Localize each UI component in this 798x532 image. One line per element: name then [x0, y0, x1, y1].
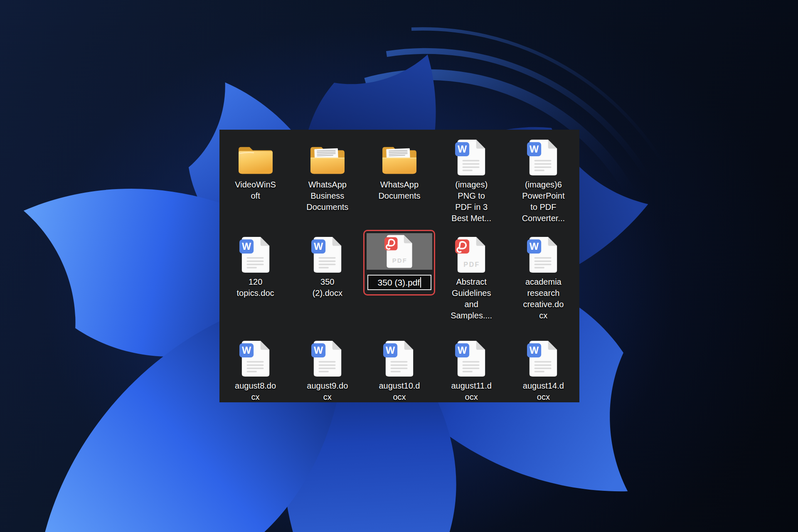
desktop-icon-panel: VideoWinS oft WhatsApp Business Document…: [219, 130, 579, 402]
folder-icon: [236, 144, 275, 176]
word-doc-icon: [239, 340, 272, 377]
pdf-doc-icon: [384, 234, 414, 269]
item-label: august8.do cx: [235, 380, 276, 403]
item-label: Abstract Guidelines and Samples....: [451, 276, 492, 321]
item-label: WhatsApp Documents: [378, 179, 420, 202]
item-350-3-pdf-selected[interactable]: 350 (3).pdf: [363, 230, 435, 296]
word-doc-icon: [527, 139, 559, 176]
folder-with-documents-icon: [380, 144, 419, 176]
item-label: 350 (2).docx: [313, 276, 342, 299]
item-august10-docx[interactable]: august10.d ocx: [363, 337, 435, 403]
pdf-doc-icon: [455, 236, 488, 273]
word-doc-icon: [311, 340, 344, 377]
rename-value: 350 (3).pdf: [378, 278, 420, 288]
item-label: 120 topics.doc: [237, 276, 274, 299]
word-doc-icon: [455, 139, 488, 176]
item-label: (images)6 PowerPoint to PDF Converter...: [522, 179, 565, 224]
item-august8-docx[interactable]: august8.do cx: [219, 337, 291, 403]
selection-highlight: [367, 233, 432, 270]
word-doc-icon: [455, 340, 488, 377]
icon-row-2: 120 topics.doc 350 (2).docx 350 (3).pdf …: [219, 234, 579, 321]
item-videowinsoft[interactable]: VideoWinS oft: [219, 136, 291, 224]
item-whatsapp-business-documents[interactable]: WhatsApp Business Documents: [291, 136, 363, 224]
item-august9-docx[interactable]: august9.do cx: [291, 337, 363, 403]
icon-row-1: VideoWinS oft WhatsApp Business Document…: [219, 136, 579, 224]
item-label: VideoWinS oft: [235, 179, 276, 202]
rename-input[interactable]: 350 (3).pdf: [367, 275, 431, 290]
item-images6-powerpoint-to-pdf[interactable]: (images)6 PowerPoint to PDF Converter...: [507, 136, 579, 224]
item-label: august9.do cx: [307, 380, 348, 403]
word-doc-icon: [383, 340, 416, 377]
icon-row-3: august8.do cx august9.do cx august10.d o…: [219, 337, 579, 403]
text-caret: [420, 277, 421, 288]
item-abstract-guidelines-samples[interactable]: Abstract Guidelines and Samples....: [436, 234, 507, 321]
item-label: august11.d ocx: [451, 380, 492, 403]
item-350-2-docx[interactable]: 350 (2).docx: [291, 234, 363, 321]
item-august14-docx[interactable]: august14.d ocx: [507, 337, 579, 403]
item-whatsapp-documents[interactable]: WhatsApp Documents: [363, 136, 435, 224]
item-label: august10.d ocx: [379, 380, 420, 403]
item-label: academia research creative.do cx: [523, 276, 564, 321]
word-doc-icon: [527, 340, 559, 377]
folder-with-documents-icon: [308, 144, 347, 176]
item-images-png-to-pdf[interactable]: (images) PNG to PDF in 3 Best Met...: [436, 136, 507, 224]
word-doc-icon: [239, 236, 272, 273]
item-august11-docx[interactable]: august11.d ocx: [436, 337, 507, 403]
item-academia-research-creative[interactable]: academia research creative.do cx: [507, 234, 579, 321]
item-label: (images) PNG to PDF in 3 Best Met...: [451, 179, 491, 224]
item-120-topics-doc[interactable]: 120 topics.doc: [219, 234, 291, 321]
item-label: WhatsApp Business Documents: [306, 179, 348, 213]
item-label: august14.d ocx: [523, 380, 564, 403]
word-doc-icon: [527, 236, 559, 273]
word-doc-icon: [311, 236, 344, 273]
